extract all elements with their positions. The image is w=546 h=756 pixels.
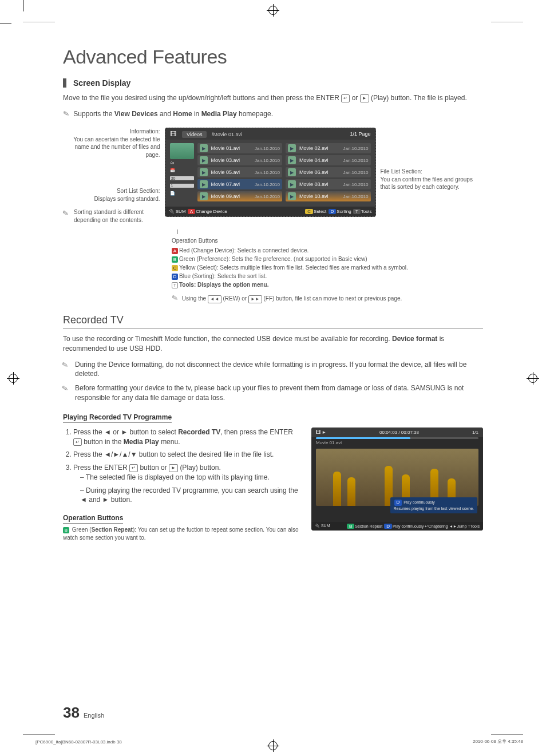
button-b-icon: B [172,256,178,263]
rec-intro-1: To use the recording or Timeshift Mode f… [63,335,390,343]
jump-icon: ◄► [449,524,457,528]
video-thumb-icon: ▶ [288,192,296,200]
op-buttons-heading-2: Operation Buttons [63,514,123,524]
file-date: Jan.10.2010 [343,194,368,199]
note-icon: ✎ [61,383,71,403]
op-a-text: Red (Change Device): Selects a connected… [179,247,308,254]
footer-a-label: Change Device [196,209,227,214]
video-thumb-icon: ▶ [200,144,208,152]
button-b-icon: B [63,527,69,533]
file-name: Movie 05.avi [211,169,251,175]
footer-sorting-label: Sorting [337,209,351,214]
pf-d: Play continuously [393,524,424,528]
breadcrumb: /Movie 01.avi [212,132,242,137]
player-screenshot: 🎞 ► 00:04:03 / 00:07:38 1/1 Movie 01.avi… [311,428,483,531]
button-c-icon: C [172,265,178,271]
sort-num-1: 1 [170,184,194,188]
film-icon: 🎞 [170,130,176,137]
step-3: Press the ENTER ↵ button or ► (Play) but… [73,463,300,505]
video-thumb-icon: ▶ [200,192,208,200]
step-2: Press the ◄/►/▲/▼ button to select the d… [73,450,300,460]
file-name: Movie 01.avi [211,145,251,151]
pf-chap: Chaptering [428,524,448,528]
file-name: Movie 04.avi [299,157,339,163]
file-row: ▶Movie 02.aviJan.10.2010 [286,143,370,153]
file-date: Jan.10.2010 [255,182,280,187]
file-row: ▶Movie 06.aviJan.10.2010 [286,167,370,177]
button-d-icon: D [172,274,178,280]
pf-b: Section Repeat [355,524,382,528]
footer-tools-label: Tools [361,209,372,214]
note-format-warning: ✎ During the Device formatting, do not d… [63,360,483,379]
page-no: 38 [63,704,80,721]
pf-tools: Tools [470,524,480,528]
bold-home: Home [173,110,192,118]
note-backup-warning: ✎ Before formatting your device to the t… [63,383,483,403]
note-icon: ✎ [62,109,70,120]
sub1: The selected file is displayed on the to… [80,473,300,482]
file-row-selected: ▶Movie 07.aviJan.10.2010 [197,179,282,189]
step3-c: (Play) button. [180,464,220,472]
footer-sum: SUM [176,209,186,214]
page-indicator: 1/1 Page [350,131,370,137]
player-time: 00:04:03 / 00:07:38 [379,430,419,435]
note-icon: ✎ [61,359,71,379]
recorded-intro: To use the recording or Timeshift Mode f… [63,334,483,354]
file-name: Movie 06.avi [299,169,339,175]
tip-title: Play continuously [403,500,434,504]
footer-d-tag: D [329,209,337,214]
step1-b: , then press the ENTER [220,428,293,436]
step1-bold2: Media Play [124,438,159,446]
progress-bar [316,437,478,439]
file-date: Jan.10.2010 [255,170,280,175]
op-tools-text: Tools: Displays the option menu. [179,282,269,288]
note2-text: Before formatting your device to the tv,… [75,383,483,403]
intro-part1: Move to the file you desired using the u… [63,94,339,102]
intro-part2: or [352,94,358,102]
operation-buttons-block: Operation Buttons ARed (Change Device): … [172,232,483,304]
file-date: Jan.10.2010 [255,194,280,199]
footer-tools-tag: T [353,209,361,214]
play-continuously-tip: D Play continuously Resumes playing from… [390,497,477,513]
step3-a: Press the ENTER [73,464,128,472]
file-name: Movie 03.avi [211,157,251,163]
label-sort-title: Sort List Section: [117,188,160,194]
step1-a: Press the ◄ or ► button to select [73,428,176,436]
video-thumb-icon: ▶ [288,144,296,152]
label-info-title: Information: [130,128,160,134]
file-name: Movie 08.avi [299,181,339,187]
bold-view-devices: View Devices [114,110,158,118]
rew-note-1: Using the [182,295,206,302]
sort-icon: 🗂 [170,161,194,165]
file-date: Jan.10.2010 [343,158,368,163]
file-date: Jan.10.2010 [255,158,280,163]
file-date: Jan.10.2010 [343,170,368,175]
sub2: During playing the recorded TV programme… [80,486,300,505]
video-thumb-icon: ▶ [200,180,208,188]
pf-sum: SUM [321,524,330,528]
enter-icon: ↵ [129,464,138,472]
label-file-title: File List Section: [381,168,422,175]
play-icon: ► [360,94,369,102]
step1-c: button in the [84,438,121,446]
sort-icon-date: 📅 [170,168,194,173]
enter-icon: ↵ [341,94,350,102]
file-name: Movie 07.avi [211,181,251,187]
page-title: Advanced Features [63,46,483,68]
step1-bold: Recorded TV [178,428,220,436]
op-c-text: Yellow (Select): Selects multiple files … [179,264,408,271]
tip-d-tag: D [394,500,402,505]
opb-pre: Green ( [72,527,92,533]
file-name: Movie 10.avi [299,193,339,199]
tv-screenshot: 🎞 Videos /Movie 01.avi 1/1 Page 🗂 📅 [165,128,376,217]
footer-timestamp: 2010-06-08 오후 4:35:48 [473,738,523,745]
player-page: 1/1 [472,430,478,435]
note1-text: During the Device formatting, do not dis… [75,360,483,379]
intro-text: Move to the file you desired using the u… [63,93,483,103]
usb-icon: 🔌 [315,524,320,528]
file-date: Jan.10.2010 [255,146,280,151]
footer-select-label: Select [314,209,326,214]
note-icon: ✎ [171,292,179,304]
sort-icon-title: 📄 [170,191,194,196]
ui-diagram: Information: You can ascertain the selec… [63,128,483,224]
